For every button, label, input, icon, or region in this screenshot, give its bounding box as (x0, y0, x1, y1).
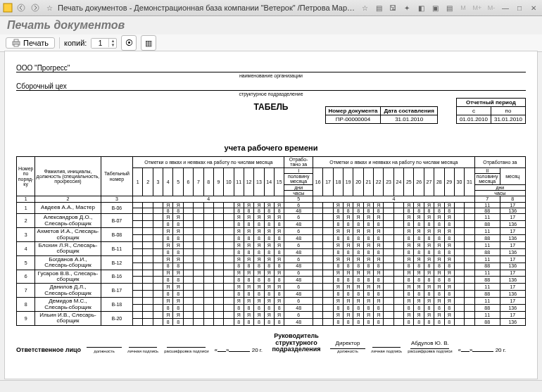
responsible-label: Ответственное лицо (16, 346, 81, 353)
tb-icon-2[interactable]: ▤ (373, 2, 384, 13)
date-tail: «» 20 г. (215, 343, 263, 353)
table-row: 7 Данилов Д.Л., Слесарь-сборщик В-17ЯЯЯЯ… (17, 284, 526, 291)
window-titlebar: ☆ Печать документов - Демонстрационная б… (0, 0, 542, 16)
template-button[interactable]: ▥ (141, 35, 156, 51)
sig-podpis: личная подпись (127, 349, 158, 353)
date-value: 31.01.2010 (381, 115, 437, 124)
nav-fwd-icon[interactable] (30, 2, 41, 13)
spin-down-icon[interactable]: ▼ (109, 43, 116, 47)
doc-title-1: ТАБЕЛЬ (16, 102, 526, 112)
head-label: Руководитель структурного подразделения (268, 333, 324, 354)
doc-title-2: учета рабочего времени (16, 144, 526, 152)
statusbar (0, 380, 542, 392)
head-dolzh: Директор (330, 340, 365, 349)
m-label[interactable]: M (458, 2, 469, 13)
tb-icon-4[interactable]: ✦ (401, 2, 412, 13)
org-caption: наименование организации (16, 73, 526, 78)
svg-point-1 (18, 4, 25, 11)
table-row: 6 Гусаров В.В., Слесарь-сборщик В-16ЯЯЯЯ… (17, 270, 526, 277)
num-value: ПР-00000004 (325, 115, 381, 124)
head-name: Абдулов Ю. В. (410, 340, 449, 349)
copies-label: копий: (64, 39, 87, 47)
maximize-icon[interactable]: □ (514, 2, 525, 13)
svg-rect-5 (14, 44, 18, 46)
table-row: 1 Авдеев А.А., Мастер В-06ЯЯЯЯЯЯЯ6ЯЯЯЯЯЯ… (17, 202, 526, 208)
to-value: 31.01.2010 (491, 115, 525, 124)
printer-icon (12, 39, 20, 47)
app-icon (3, 3, 13, 13)
svg-rect-0 (4, 4, 12, 12)
table-row: 9 Ильин И.В., Слесарь-сборщик В-20ЯЯЯЯЯЯ… (17, 311, 526, 318)
table-row: 4 Блохин Л.Я., Слесарь-сборщик В-11ЯЯЯЯЯ… (17, 242, 526, 249)
star-icon[interactable]: ☆ (44, 2, 55, 13)
dept-name: Сборочный цех (16, 82, 526, 91)
date-tail2: «» 20 г. (458, 343, 506, 353)
close-icon[interactable]: ✕ (528, 2, 539, 13)
separator (59, 37, 60, 49)
toolbar: Печать копий: ▲▼ ⦿ ▥ (0, 34, 542, 52)
copies-stepper[interactable]: ▲▼ (91, 38, 117, 49)
nav-back-icon[interactable] (15, 2, 27, 13)
tb-icon-1[interactable]: ☆ (359, 2, 370, 13)
m-minus-label[interactable]: M- (486, 2, 497, 13)
window-title: Печать документов - Демонстрационная баз… (58, 4, 356, 12)
from-value: 01.01.2010 (456, 115, 491, 124)
print-preview-area: ООО "Прогресс" наименование организации … (4, 51, 538, 379)
copies-input[interactable] (92, 39, 108, 48)
sig-dolzh: должность (87, 349, 122, 353)
org-name: ООО "Прогресс" (16, 64, 526, 72)
tb-icon-3[interactable]: 🖫 (387, 2, 398, 13)
table-row: 2 Александров Д.О., Слесарь-сборщик В-07… (17, 214, 526, 221)
sig-rasshif: расшифровка подписи (164, 349, 208, 353)
preview-only-button[interactable]: ⦿ (121, 35, 137, 51)
dept-caption: структурное подразделение (16, 91, 526, 96)
svg-point-2 (32, 4, 39, 11)
table-row: 5 Богданов А.И., Слесарь-сборщик В-12ЯЯЯ… (17, 255, 526, 263)
m-plus-label[interactable]: M+ (472, 2, 483, 13)
minimize-icon[interactable]: — (500, 2, 511, 13)
tb-icon-7[interactable]: ▤ (443, 2, 455, 13)
print-button[interactable]: Печать (6, 37, 55, 49)
tb-icon-6[interactable]: ▣ (429, 2, 441, 13)
tb-icon-5[interactable]: ◧ (415, 2, 427, 13)
signatures-footer: Ответственное лицо должность личная подп… (16, 333, 526, 354)
timesheet-table: Номер по поряд-ку Фамилия, инициалы, дол… (16, 156, 526, 326)
page-title: Печать документов (0, 16, 542, 34)
print-label: Печать (23, 39, 49, 47)
table-row: 8 Демидов М.С., Слесарь-сборщик В-18ЯЯЯЯ… (17, 298, 526, 305)
svg-rect-4 (14, 39, 18, 42)
table-row: 3 Ахметов И.А., Слесарь-сборщик В-08ЯЯЯЯ… (17, 228, 526, 235)
